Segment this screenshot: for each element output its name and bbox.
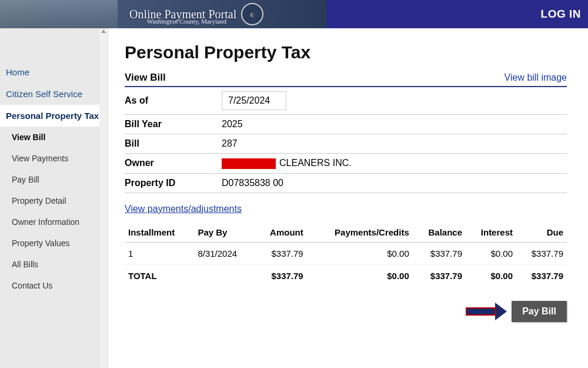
cell-total-payments-credits: $0.00 xyxy=(307,264,413,287)
bill-label: Bill xyxy=(125,138,222,149)
owner-value: CLEANERS INC. xyxy=(222,158,352,169)
cell-balance: $337.79 xyxy=(413,242,466,264)
table-total-row: TOTAL $337.79 $0.00 $337.79 $0.00 $337.7… xyxy=(125,264,567,287)
owner-text: CLEANERS INC. xyxy=(279,158,352,168)
section-header: View Bill View bill image xyxy=(125,72,567,87)
header-logo-area: Online Payment Portal Washington County,… xyxy=(0,0,326,28)
sidebar-sub-contact-us[interactable]: Contact Us xyxy=(0,275,108,296)
sidebar-scrollbar[interactable] xyxy=(99,28,108,368)
cell-due: $337.79 xyxy=(516,242,567,264)
view-payments-adjustments-link[interactable]: View payments/adjustments xyxy=(125,204,242,214)
th-installment: Installment xyxy=(125,223,194,243)
as-of-label: As of xyxy=(125,95,222,106)
view-bill-image-link[interactable]: View bill image xyxy=(505,72,567,83)
cell-pay-by: 8/31/2024 xyxy=(194,242,254,264)
installments-table: Installment Pay By Amount Payments/Credi… xyxy=(125,223,567,287)
bill-year-value: 2025 xyxy=(222,119,243,130)
row-property-id: Property ID D07835838 00 xyxy=(125,174,567,193)
section-label: View Bill xyxy=(125,72,166,84)
row-as-of: As of xyxy=(125,87,567,115)
pay-bill-button[interactable]: Pay Bill xyxy=(512,301,567,322)
th-amount: Amount xyxy=(255,223,307,243)
page-title: Personal Property Tax xyxy=(125,42,567,62)
sidebar-sub-property-detail[interactable]: Property Detail xyxy=(0,190,108,211)
sidebar-sub-property-values[interactable]: Property Values xyxy=(0,233,108,254)
row-owner: Owner CLEANERS INC. xyxy=(125,154,567,174)
sidebar-item-home[interactable]: Home xyxy=(0,61,108,83)
portal-subtitle: Washington County, Maryland xyxy=(147,18,226,25)
sidebar-sub-view-payments[interactable]: View Payments xyxy=(0,148,108,169)
row-bill-year: Bill Year 2025 xyxy=(125,115,567,134)
cell-total-label: TOTAL xyxy=(125,264,194,287)
cell-total-balance: $337.79 xyxy=(413,264,466,287)
redacted-block xyxy=(222,158,276,169)
login-link[interactable]: LOG IN xyxy=(541,8,588,21)
cell-installment: 1 xyxy=(125,242,194,264)
main-content: Personal Property Tax View Bill View bil… xyxy=(108,28,588,368)
owner-label: Owner xyxy=(125,158,222,168)
row-bill: Bill 287 xyxy=(125,134,567,154)
sidebar-sub-pay-bill[interactable]: Pay Bill xyxy=(0,169,108,190)
cell-total-amount: $337.79 xyxy=(255,264,307,287)
table-header-row: Installment Pay By Amount Payments/Credi… xyxy=(125,223,567,243)
bill-year-label: Bill Year xyxy=(125,119,222,130)
bill-value: 287 xyxy=(222,138,238,149)
property-id-label: Property ID xyxy=(125,178,222,188)
cell-interest: $0.00 xyxy=(466,242,516,264)
cell-amount: $337.79 xyxy=(255,242,307,264)
cell-payments-credits: $0.00 xyxy=(307,242,413,264)
cell-total-payby xyxy=(194,264,254,287)
seal-icon: ◐ xyxy=(241,3,263,25)
th-interest: Interest xyxy=(466,223,516,243)
pay-row: Pay Bill xyxy=(125,301,567,322)
property-id-value: D07835838 00 xyxy=(222,178,283,188)
sidebar-item-personal-property-tax[interactable]: Personal Property Tax xyxy=(0,105,108,127)
sidebar-item-citizen-self-service[interactable]: Citizen Self Service xyxy=(0,83,108,105)
as-of-input[interactable] xyxy=(222,91,286,110)
th-pay-by: Pay By xyxy=(194,223,254,243)
sidebar: Home Citizen Self Service Personal Prope… xyxy=(0,28,108,368)
cell-total-due: $337.79 xyxy=(516,264,567,287)
sidebar-sub-all-bills[interactable]: All Bills xyxy=(0,254,108,275)
cell-total-interest: $0.00 xyxy=(466,264,516,287)
table-row: 1 8/31/2024 $337.79 $0.00 $337.79 $0.00 … xyxy=(125,242,567,264)
th-balance: Balance xyxy=(413,223,466,243)
th-payments-credits: Payments/Credits xyxy=(307,223,413,243)
header-bar: Online Payment Portal Washington County,… xyxy=(0,0,588,28)
arrow-icon xyxy=(466,305,507,318)
sidebar-sub-view-bill[interactable]: View Bill xyxy=(0,127,108,148)
sidebar-sub-owner-information[interactable]: Owner Information xyxy=(0,211,108,233)
th-due: Due xyxy=(516,223,567,243)
